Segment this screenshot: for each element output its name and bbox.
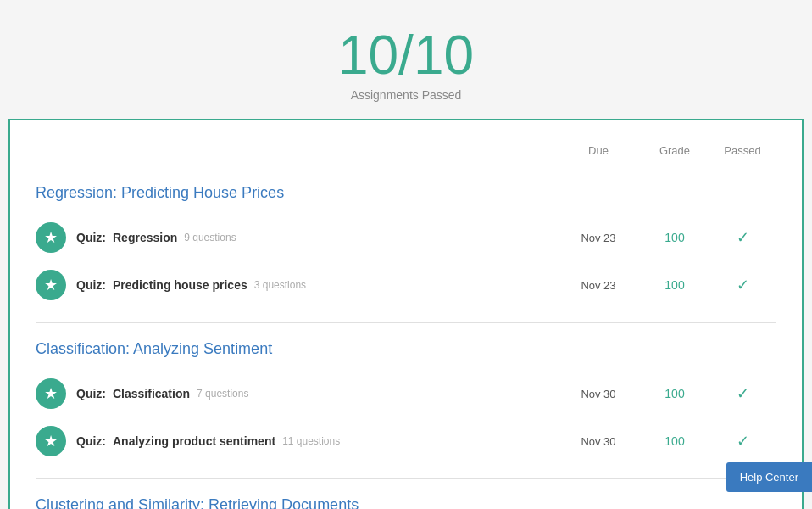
quiz-row: ★ Quiz: Predicting house prices 3 questi…	[36, 261, 776, 309]
quiz-name: Analyzing product sentiment	[113, 434, 275, 448]
section-divider	[36, 478, 776, 479]
quiz-passed-check: ✓	[709, 384, 776, 403]
section-title-section-clustering: Clustering and Similarity: Retrieving Do…	[36, 496, 776, 509]
score-display: 10/10	[17, 25, 795, 85]
quiz-prefix: Quiz:	[76, 387, 106, 400]
quiz-due: Nov 30	[556, 388, 641, 400]
section-title-section-regression: Regression: Predicting House Prices	[36, 184, 776, 202]
quiz-questions: 9 questions	[184, 232, 236, 243]
col-passed-header: Passed	[709, 144, 776, 157]
quiz-passed-check: ✓	[709, 228, 776, 247]
quiz-passed-check: ✓	[709, 276, 776, 294]
quiz-grade: 100	[641, 434, 709, 448]
section-clustering: Clustering and Similarity: Retrieving Do…	[36, 478, 776, 509]
main-card: Due Grade Passed Regression: Predicting …	[8, 119, 804, 509]
quiz-questions: 7 questions	[197, 388, 248, 400]
sections-container: Regression: Predicting House Prices ★ Qu…	[36, 184, 776, 509]
section-title-section-classification: Classification: Analyzing Sentiment	[36, 340, 776, 358]
quiz-star-icon: ★	[36, 426, 66, 456]
quiz-info: Quiz: Regression 9 questions	[76, 231, 556, 244]
quiz-star-icon: ★	[36, 222, 66, 253]
quiz-due: Nov 30	[556, 435, 641, 448]
score-label: Assignments Passed	[17, 88, 795, 102]
quiz-grade: 100	[641, 387, 709, 400]
section-divider	[36, 322, 776, 323]
quiz-questions: 3 questions	[254, 279, 306, 291]
quiz-due: Nov 23	[556, 279, 641, 292]
quiz-passed-check: ✓	[709, 432, 776, 450]
quiz-name: Classification	[113, 387, 190, 400]
quiz-info: Quiz: Predicting house prices 3 question…	[76, 278, 556, 292]
header-section: 10/10 Assignments Passed	[0, 0, 812, 119]
help-center-button[interactable]: Help Center	[726, 462, 812, 492]
col-grade-header: Grade	[641, 144, 709, 157]
quiz-row-data: Nov 23 100 ✓	[556, 276, 776, 294]
section-classification: Classification: Analyzing Sentiment ★ Qu…	[36, 322, 776, 465]
quiz-questions: 11 questions	[282, 435, 340, 447]
quiz-star-icon: ★	[36, 270, 66, 300]
quiz-row-data: Nov 23 100 ✓	[556, 228, 776, 247]
quiz-grade: 100	[641, 278, 709, 292]
quiz-prefix: Quiz:	[76, 231, 106, 244]
table-header: Due Grade Passed	[36, 137, 776, 167]
quiz-row: ★ Quiz: Regression 9 questions Nov 23 10…	[36, 214, 776, 261]
quiz-star-icon: ★	[36, 378, 66, 409]
quiz-info: Quiz: Analyzing product sentiment 11 que…	[76, 434, 556, 448]
col-due-header: Due	[556, 144, 641, 157]
section-regression: Regression: Predicting House Prices ★ Qu…	[36, 184, 776, 309]
quiz-row: ★ Quiz: Analyzing product sentiment 11 q…	[36, 417, 776, 465]
quiz-name: Regression	[113, 231, 177, 244]
quiz-prefix: Quiz:	[76, 278, 106, 292]
quiz-grade: 100	[641, 231, 709, 244]
quiz-info: Quiz: Classification 7 questions	[76, 387, 556, 400]
quiz-name: Predicting house prices	[113, 278, 247, 292]
quiz-row: ★ Quiz: Classification 7 questions Nov 3…	[36, 370, 776, 417]
quiz-row-data: Nov 30 100 ✓	[556, 384, 776, 403]
quiz-row-data: Nov 30 100 ✓	[556, 432, 776, 450]
quiz-due: Nov 23	[556, 232, 641, 244]
quiz-prefix: Quiz:	[76, 434, 106, 448]
